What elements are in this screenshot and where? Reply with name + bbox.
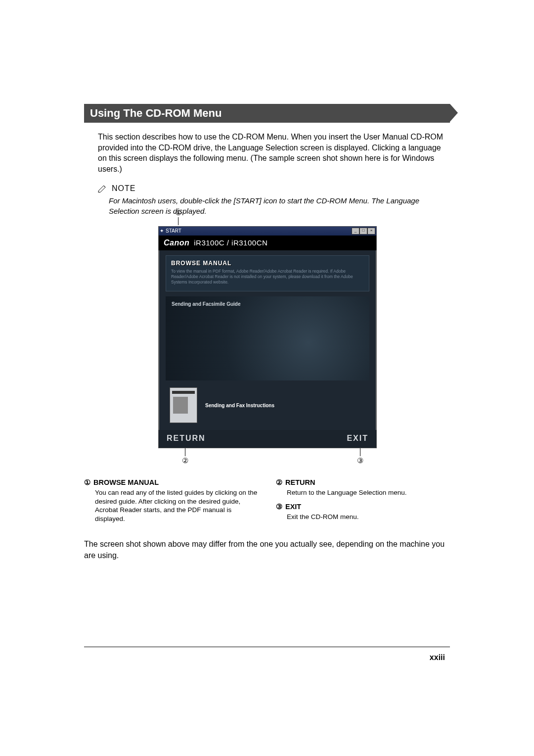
- note-icon: [98, 185, 108, 192]
- section-heading-wrap: Using The CD-ROM Menu: [84, 104, 450, 123]
- maximize-button[interactable]: □: [359, 228, 367, 235]
- browse-manual-desc: To view the manual in PDF format, Adobe …: [171, 269, 364, 285]
- legend-3-title: ③ EXIT: [276, 502, 450, 511]
- thumbnail-row: Sending and Fax Instructions: [166, 384, 369, 428]
- thumbnail-label: Sending and Fax Instructions: [205, 403, 274, 408]
- legend-3-num: ③: [276, 502, 282, 511]
- note-text: For Macintosh users, double-click the [S…: [109, 196, 445, 216]
- legend-1-title: ① BROWSE MANUAL: [84, 478, 258, 487]
- exit-button[interactable]: EXIT: [347, 434, 368, 443]
- legend-col-right: ② RETURN Return to the Language Selectio…: [276, 478, 450, 528]
- callout-3-tick: [360, 448, 360, 456]
- legend-columns: ① BROWSE MANUAL You can read any of the …: [84, 478, 450, 528]
- cdrom-menu-window: ✦ START _ □ × Canon iR3100C / iR3100CN B…: [158, 226, 377, 448]
- callout-2-tick: [185, 448, 185, 456]
- section-heading: Using The CD-ROM Menu: [84, 104, 450, 123]
- legend-col-left: ① BROWSE MANUAL You can read any of the …: [84, 478, 258, 528]
- callout-1-tick: [178, 217, 178, 225]
- guide-list: Sending and Facsimile Guide: [166, 296, 369, 380]
- callout-3-label: ③: [355, 456, 365, 465]
- window-buttons: _ □ ×: [352, 228, 375, 235]
- closing-paragraph: The screen shot shown above may differ f…: [84, 539, 450, 561]
- browse-manual-title: BROWSE MANUAL: [171, 260, 364, 267]
- model-text: iR3100C / iR3100CN: [194, 238, 267, 247]
- callout-1-label: ①: [173, 208, 183, 217]
- close-button[interactable]: ×: [367, 228, 375, 235]
- window-titlebar: ✦ START _ □ ×: [159, 227, 376, 236]
- note-label: NOTE: [112, 184, 135, 193]
- manual-page: Using The CD-ROM Menu This section descr…: [0, 0, 534, 756]
- titlebar-left: ✦ START: [160, 228, 181, 234]
- legend-2-label: RETURN: [285, 478, 315, 486]
- browse-manual-panel: BROWSE MANUAL To view the manual in PDF …: [166, 255, 369, 291]
- callout-2: ②: [180, 448, 190, 465]
- minimize-button[interactable]: _: [352, 228, 359, 235]
- callout-3: ③: [355, 448, 365, 465]
- guide-item[interactable]: Sending and Facsimile Guide: [172, 301, 240, 307]
- page-number: xxiii: [430, 653, 445, 662]
- window-title: START: [166, 228, 181, 234]
- callout-2-label: ②: [180, 456, 190, 465]
- legend-2-text: Return to the Language Selection menu.: [287, 488, 450, 497]
- legend-3-label: EXIT: [285, 503, 301, 511]
- return-button[interactable]: RETURN: [167, 434, 206, 443]
- under-callouts: ② ③: [158, 448, 376, 469]
- figure-area: ① ✦ START _ □ × Canon iR3100C / iR3100CN: [158, 226, 376, 469]
- intro-paragraph: This section describes how to use the CD…: [98, 132, 450, 174]
- note-row: NOTE: [98, 184, 450, 193]
- footer-rule: [84, 647, 450, 647]
- legend-1-text: You can read any of the listed guides by…: [95, 488, 258, 523]
- legend-2-title: ② RETURN: [276, 478, 450, 487]
- start-diamond-icon: ✦: [160, 228, 164, 234]
- legend-2-num: ②: [276, 478, 282, 487]
- legend-1-label: BROWSE MANUAL: [93, 478, 159, 486]
- legend-3-text: Exit the CD-ROM menu.: [287, 513, 450, 521]
- brand-row: Canon iR3100C / iR3100CN: [159, 236, 376, 250]
- manual-thumbnail[interactable]: [170, 387, 197, 423]
- callout-1: ①: [173, 208, 183, 225]
- brand-logo: Canon: [164, 238, 189, 247]
- bottom-bar: RETURN EXIT: [159, 430, 376, 448]
- legend-1-num: ①: [84, 478, 90, 487]
